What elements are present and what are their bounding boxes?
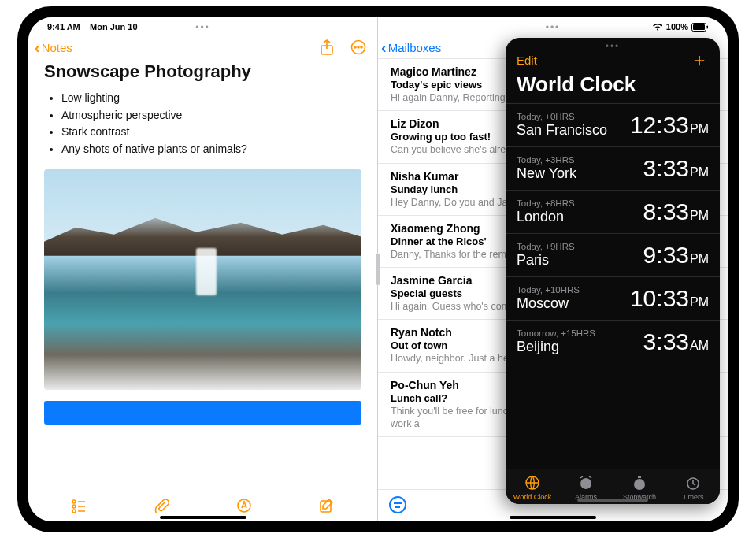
- clock-row[interactable]: Today, +3HRS New York 3:33PM: [506, 146, 720, 190]
- clock-row[interactable]: Today, +8HRS London 8:33PM: [506, 190, 720, 233]
- svg-point-8: [72, 500, 76, 503]
- clock-header: Edit ＋: [506, 50, 720, 71]
- stopwatch-icon: [631, 474, 648, 491]
- home-indicator[interactable]: [160, 516, 246, 519]
- home-indicator[interactable]: [510, 516, 596, 519]
- notes-pane: ••• ‹ Notes Snowscape Photography: [28, 17, 378, 521]
- clock-city: Beijing: [517, 339, 595, 355]
- timer-icon: [684, 474, 702, 491]
- battery-icon: [691, 23, 709, 32]
- clock-offset: Today, +3HRS: [517, 155, 576, 165]
- svg-point-10: [72, 505, 76, 508]
- clock-row[interactable]: Today, +9HRS Paris 9:33PM: [506, 233, 720, 276]
- compose-icon[interactable]: [319, 498, 335, 513]
- notes-body[interactable]: Snowscape Photography Low lighting Atmos…: [28, 58, 377, 491]
- clock-offset: Today, +9HRS: [517, 242, 575, 251]
- svg-point-12: [72, 510, 76, 513]
- battery-percent: 100%: [666, 22, 688, 32]
- markup-icon[interactable]: [236, 498, 252, 513]
- status-right: 100%: [652, 22, 709, 32]
- filter-icon[interactable]: [389, 496, 406, 513]
- notes-back-label: Notes: [42, 41, 72, 54]
- clock-offset: Today, +10HRS: [517, 285, 580, 295]
- chevron-left-icon: ‹: [381, 39, 387, 55]
- note-bullet: Atmospheric perspective: [61, 107, 361, 124]
- clock-list[interactable]: Today, +0HRS San Francisco 12:33PM Today…: [506, 103, 720, 469]
- clock-title: World Clock: [506, 71, 720, 103]
- clock-city: Moscow: [517, 295, 580, 312]
- tab-label: World Clock: [513, 493, 551, 501]
- clock-city: San Francisco: [517, 122, 607, 139]
- share-icon[interactable]: [319, 39, 335, 55]
- clock-row[interactable]: Tomorrow, +15HRS Beijing 3:33AM: [506, 320, 720, 363]
- multitask-dots-icon[interactable]: •••: [506, 38, 720, 50]
- wifi-icon: [652, 23, 663, 32]
- svg-rect-19: [638, 476, 641, 478]
- clock-city: London: [517, 209, 575, 225]
- tab-timers[interactable]: Timers: [666, 474, 720, 501]
- clock-offset: Today, +8HRS: [517, 198, 575, 208]
- screen: 9:41 AM Mon Jun 10 100% ••• ‹ Notes: [28, 17, 728, 521]
- clock-time: 9:33PM: [643, 242, 709, 269]
- note-image-secondary[interactable]: [44, 401, 361, 425]
- clock-time: 3:33AM: [643, 328, 709, 355]
- clock-time: 3:33PM: [643, 155, 709, 182]
- home-indicator[interactable]: [577, 499, 648, 502]
- mail-back-button[interactable]: ‹ Mailboxes: [381, 39, 441, 55]
- notes-header: ‹ Notes: [28, 35, 377, 58]
- clock-city: Paris: [517, 252, 575, 269]
- clock-slideover[interactable]: ••• Edit ＋ World Clock Today, +0HRS San …: [506, 38, 720, 504]
- clock-time: 10:33PM: [630, 285, 709, 312]
- status-date: Mon Jun 10: [90, 22, 138, 32]
- svg-point-6: [358, 46, 359, 48]
- svg-rect-2: [707, 25, 709, 28]
- clock-row[interactable]: Today, +10HRS Moscow 10:33PM: [506, 276, 720, 320]
- split-view-divider[interactable]: [376, 254, 380, 285]
- svg-point-18: [634, 479, 645, 490]
- notes-back-button[interactable]: ‹ Notes: [35, 39, 72, 55]
- svg-point-7: [361, 46, 362, 48]
- clock-offset: Today, +0HRS: [517, 112, 607, 121]
- notes-actions: [319, 39, 366, 55]
- clock-row[interactable]: Today, +0HRS San Francisco 12:33PM: [506, 103, 720, 146]
- svg-point-5: [354, 46, 356, 48]
- note-image[interactable]: [44, 169, 361, 390]
- clock-city: New York: [517, 165, 576, 182]
- ipad-frame: 9:41 AM Mon Jun 10 100% ••• ‹ Notes: [17, 6, 739, 532]
- svg-rect-1: [693, 24, 705, 30]
- add-clock-button[interactable]: ＋: [690, 50, 709, 69]
- more-icon[interactable]: [350, 39, 366, 55]
- note-bullet: Stark contrast: [61, 124, 361, 141]
- svg-point-17: [580, 478, 591, 489]
- tab-alarms[interactable]: Alarms: [559, 474, 613, 501]
- clock-time: 8:33PM: [643, 198, 709, 225]
- clock-offset: Tomorrow, +15HRS: [517, 328, 595, 338]
- tab-stopwatch[interactable]: Stopwatch: [613, 474, 666, 501]
- checklist-icon[interactable]: [71, 498, 87, 513]
- clock-time: 12:33PM: [630, 112, 709, 139]
- note-title: Snowscape Photography: [44, 61, 361, 82]
- edit-button[interactable]: Edit: [517, 54, 537, 67]
- tab-label: Timers: [682, 493, 703, 501]
- tab-world-clock[interactable]: World Clock: [506, 474, 559, 501]
- note-bullet: Any shots of native plants or animals?: [61, 141, 361, 158]
- status-left: 9:41 AM Mon Jun 10: [47, 22, 138, 32]
- status-bar: 9:41 AM Mon Jun 10 100%: [28, 17, 728, 35]
- globe-icon: [524, 474, 541, 491]
- attachment-icon[interactable]: [154, 498, 169, 513]
- mail-back-label: Mailboxes: [388, 41, 442, 54]
- note-bullet: Low lighting: [61, 90, 361, 107]
- status-time: 9:41 AM: [47, 22, 80, 32]
- chevron-left-icon: ‹: [35, 39, 40, 55]
- alarm-icon: [577, 474, 595, 491]
- note-bullets: Low lighting Atmospheric perspective Sta…: [44, 90, 361, 158]
